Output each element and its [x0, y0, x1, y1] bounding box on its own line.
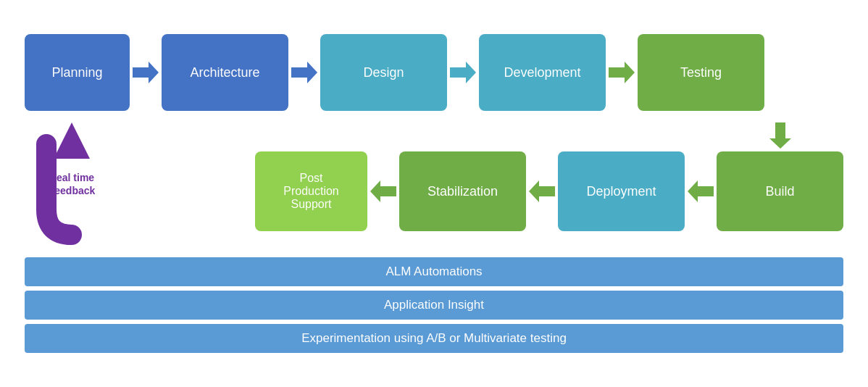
deployment-label: Deployment	[586, 184, 656, 199]
architecture-box: Architecture	[162, 34, 288, 111]
alm-label: ALM Automations	[385, 265, 482, 278]
design-label: Design	[363, 65, 404, 80]
post-production-box: PostProductionSupport	[255, 151, 367, 231]
development-label: Development	[504, 65, 580, 80]
svg-marker-5	[54, 122, 90, 159]
bottom-flow-row: PostProductionSupport Stabilization	[119, 151, 843, 231]
arrow-architecture-to-design	[291, 62, 317, 83]
svg-marker-8	[529, 180, 555, 202]
app-insight-banner: Application Insight	[25, 291, 843, 320]
stabilization-label: Stabilization	[427, 184, 498, 199]
svg-marker-3	[609, 62, 635, 83]
arrow-deployment-to-stabilization	[529, 180, 555, 202]
top-flow-row: Planning Architecture Design Development	[25, 34, 843, 111]
down-arrow-row	[119, 122, 843, 149]
svg-marker-6	[769, 122, 791, 149]
app-insight-label: Application Insight	[384, 298, 484, 312]
diagram-container: Planning Architecture Design Development	[17, 20, 851, 367]
deployment-box: Deployment	[558, 151, 685, 231]
feedback-label: Real timeFeedback	[49, 171, 96, 197]
stabilization-box: Stabilization	[399, 151, 526, 231]
svg-marker-9	[688, 180, 714, 202]
testing-label: Testing	[680, 65, 722, 80]
testing-box: Testing	[638, 34, 764, 111]
build-box: Build	[717, 151, 843, 231]
svg-marker-7	[370, 180, 396, 202]
planning-label: Planning	[51, 65, 102, 80]
svg-marker-0	[133, 62, 159, 83]
arrow-build-to-deployment	[688, 180, 714, 202]
mid-section: Real timeFeedback PostProductionSupport	[25, 122, 843, 246]
right-content: PostProductionSupport Stabilization	[119, 122, 843, 246]
build-label: Build	[765, 184, 794, 199]
svg-marker-2	[450, 62, 476, 83]
svg-marker-1	[291, 62, 317, 83]
architecture-label: Architecture	[190, 65, 259, 80]
arrow-development-to-testing	[609, 62, 635, 83]
arrow-planning-to-architecture	[133, 62, 159, 83]
development-box: Development	[479, 34, 606, 111]
experimentation-banner: Experimentation using A/B or Multivariat…	[25, 324, 843, 353]
arrow-design-to-development	[450, 62, 476, 83]
design-box: Design	[320, 34, 447, 111]
planning-box: Planning	[25, 34, 130, 111]
post-production-label: PostProductionSupport	[283, 172, 339, 211]
alm-banner: ALM Automations	[25, 257, 843, 286]
arrow-stabilization-to-post	[370, 180, 396, 202]
experimentation-label: Experimentation using A/B or Multivariat…	[301, 331, 567, 345]
feedback-section: Real timeFeedback	[25, 122, 119, 246]
